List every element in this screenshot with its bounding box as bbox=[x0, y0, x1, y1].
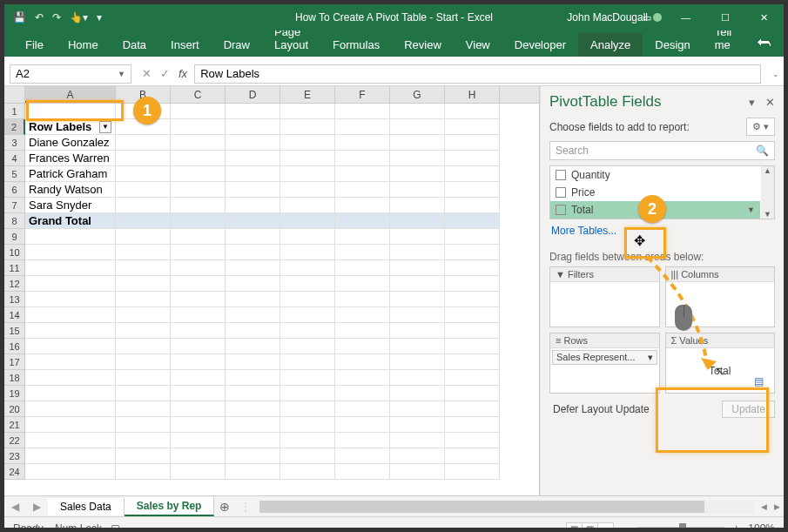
row-header[interactable]: 9 bbox=[4, 229, 25, 245]
cell[interactable] bbox=[335, 166, 390, 182]
tab-view[interactable]: View bbox=[454, 33, 502, 57]
cell[interactable] bbox=[390, 370, 445, 386]
share-button[interactable]: ⮪ bbox=[745, 30, 784, 57]
cell[interactable] bbox=[390, 448, 445, 464]
scroll-right-icon[interactable]: ▶ bbox=[771, 502, 784, 511]
enter-icon[interactable]: ✓ bbox=[160, 67, 170, 80]
cell[interactable] bbox=[445, 182, 500, 198]
cell[interactable] bbox=[280, 104, 335, 119]
cell[interactable] bbox=[226, 166, 280, 182]
cell[interactable] bbox=[390, 151, 445, 166]
cell[interactable] bbox=[280, 370, 335, 386]
cell[interactable] bbox=[25, 417, 116, 433]
cell[interactable] bbox=[445, 464, 500, 480]
cell[interactable] bbox=[280, 433, 335, 448]
chevron-down-icon[interactable]: ▼ bbox=[747, 205, 755, 214]
h-scrollbar[interactable] bbox=[259, 501, 754, 513]
cell[interactable] bbox=[25, 323, 116, 339]
cell[interactable] bbox=[116, 245, 171, 260]
checkbox-icon[interactable] bbox=[556, 205, 566, 215]
cell[interactable] bbox=[171, 104, 226, 119]
row-header[interactable]: 6 bbox=[4, 182, 25, 198]
cell[interactable] bbox=[116, 292, 171, 307]
tab-design[interactable]: Design bbox=[643, 33, 702, 57]
pane-tools-button[interactable]: ⚙ ▾ bbox=[746, 118, 775, 136]
cell[interactable] bbox=[390, 276, 445, 292]
cell[interactable] bbox=[280, 307, 335, 323]
cell[interactable] bbox=[226, 354, 280, 370]
minimize-button[interactable]: — bbox=[666, 4, 705, 30]
cell[interactable] bbox=[116, 401, 171, 417]
checkbox-icon[interactable] bbox=[556, 170, 566, 180]
cell[interactable]: Grand Total bbox=[25, 213, 116, 229]
sheet-tab-sales-by-rep[interactable]: Sales by Rep bbox=[125, 497, 215, 516]
row-header[interactable]: 23 bbox=[4, 448, 25, 464]
row-header[interactable]: 20 bbox=[4, 401, 25, 417]
zoom-slider[interactable] bbox=[637, 527, 724, 530]
cancel-icon[interactable]: ✕ bbox=[142, 67, 152, 80]
cell[interactable] bbox=[445, 307, 500, 323]
cell[interactable] bbox=[445, 292, 500, 307]
cell[interactable] bbox=[335, 229, 390, 245]
cell[interactable] bbox=[390, 386, 445, 401]
touch-mode-icon[interactable]: 👆▾ bbox=[70, 11, 88, 24]
macro-record-icon[interactable]: ▢ bbox=[111, 522, 120, 533]
row-header[interactable]: 16 bbox=[4, 339, 25, 354]
cell[interactable] bbox=[171, 151, 226, 166]
cell[interactable] bbox=[280, 417, 335, 433]
tab-file[interactable]: File bbox=[13, 33, 56, 57]
cell[interactable] bbox=[226, 307, 280, 323]
cell[interactable] bbox=[226, 104, 280, 119]
cell[interactable] bbox=[335, 370, 390, 386]
cell[interactable] bbox=[226, 213, 280, 229]
tab-insert[interactable]: Insert bbox=[158, 33, 212, 57]
col-header-a[interactable]: A bbox=[25, 86, 116, 103]
cell[interactable] bbox=[280, 339, 335, 354]
cell[interactable] bbox=[445, 260, 500, 276]
zoom-in-icon[interactable]: + bbox=[733, 522, 739, 533]
cell[interactable] bbox=[445, 448, 500, 464]
cell[interactable] bbox=[335, 323, 390, 339]
cell[interactable] bbox=[171, 182, 226, 198]
cell[interactable] bbox=[171, 119, 226, 135]
cell[interactable] bbox=[445, 229, 500, 245]
tab-developer[interactable]: Developer bbox=[502, 33, 578, 57]
tab-formulas[interactable]: Formulas bbox=[320, 33, 392, 57]
cell[interactable] bbox=[280, 292, 335, 307]
cell[interactable] bbox=[116, 323, 171, 339]
cell[interactable] bbox=[25, 292, 116, 307]
pane-dropdown-icon[interactable]: ▾ bbox=[749, 96, 755, 109]
cell[interactable] bbox=[116, 417, 171, 433]
cell[interactable] bbox=[226, 245, 280, 260]
cell[interactable] bbox=[226, 417, 280, 433]
cell[interactable] bbox=[390, 245, 445, 260]
select-all-corner[interactable] bbox=[4, 86, 25, 103]
tab-analyze[interactable]: Analyze bbox=[578, 33, 643, 57]
cell[interactable] bbox=[445, 213, 500, 229]
cell[interactable] bbox=[445, 386, 500, 401]
cell[interactable] bbox=[335, 198, 390, 213]
zoom-out-icon[interactable]: − bbox=[623, 522, 629, 533]
cell[interactable] bbox=[390, 433, 445, 448]
filter-dropdown-icon[interactable]: ▼ bbox=[99, 121, 111, 133]
rows-pill[interactable]: Sales Represent...▾ bbox=[552, 350, 657, 365]
undo-icon[interactable]: ↶ bbox=[35, 11, 44, 24]
col-header-d[interactable]: D bbox=[226, 86, 280, 103]
values-area[interactable]: Σ Values Total ↖ ▤ bbox=[665, 333, 776, 394]
cell[interactable] bbox=[445, 245, 500, 260]
cell[interactable] bbox=[390, 198, 445, 213]
filters-area[interactable]: ▼ Filters bbox=[549, 266, 660, 327]
cell[interactable] bbox=[25, 464, 116, 480]
cell[interactable] bbox=[226, 401, 280, 417]
cell[interactable] bbox=[390, 166, 445, 182]
cell[interactable] bbox=[335, 292, 390, 307]
col-header-f[interactable]: F bbox=[335, 86, 390, 103]
cell[interactable] bbox=[390, 339, 445, 354]
cell[interactable] bbox=[171, 323, 226, 339]
cell[interactable] bbox=[171, 464, 226, 480]
cell[interactable] bbox=[390, 213, 445, 229]
cell[interactable] bbox=[116, 464, 171, 480]
cell[interactable] bbox=[445, 276, 500, 292]
normal-view-icon[interactable]: ▦ bbox=[566, 522, 583, 533]
cell[interactable] bbox=[280, 119, 335, 135]
